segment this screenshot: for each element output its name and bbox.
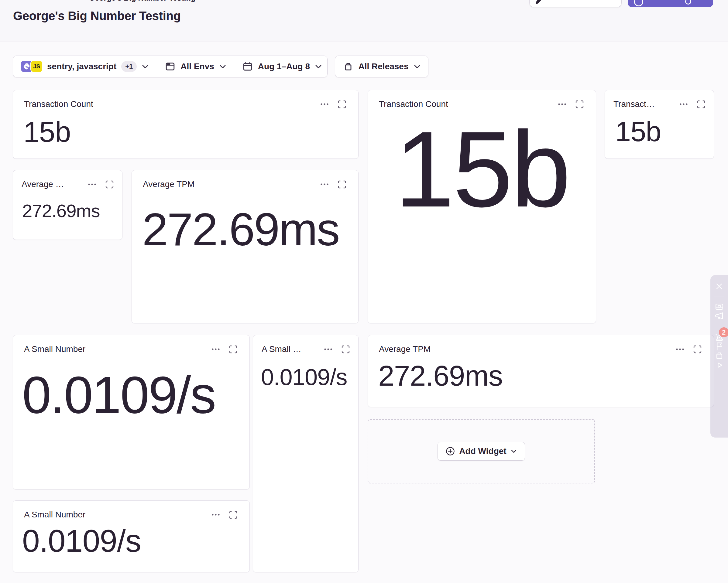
ellipsis-icon	[320, 183, 329, 186]
widget-expand-button[interactable]	[697, 100, 705, 108]
add-widget-zone: Add Widget	[368, 419, 595, 483]
release-filter[interactable]: All Releases	[335, 56, 428, 78]
widget-options-button[interactable]	[679, 103, 688, 105]
widget-options-button[interactable]	[558, 103, 566, 105]
widget-title: Average TPM	[143, 179, 194, 189]
ellipsis-icon	[679, 103, 688, 105]
expand-icon	[697, 100, 705, 108]
widget-a-small-number[interactable]: A Small Number 0.0109/s	[13, 335, 250, 490]
environment-filter[interactable]: All Envs	[157, 56, 234, 77]
widget-expand-button[interactable]	[338, 100, 346, 108]
widget-value: 15b	[23, 117, 358, 147]
add-widget-label: Add Widget	[459, 446, 506, 456]
filter-bar: JS sentry, javascript +1 All Envs	[13, 56, 328, 78]
widget-average-tpm-wide[interactable]: Average TPM 272.69ms	[368, 335, 714, 407]
button-icon-remnant	[634, 0, 643, 6]
project-filter[interactable]: JS sentry, javascript +1	[13, 56, 157, 77]
toolbar-divider	[714, 296, 724, 296]
widget-options-button[interactable]	[676, 348, 684, 351]
widget-options-button[interactable]	[320, 103, 329, 105]
widget-value: 0.0109/s	[22, 367, 250, 422]
inbox-icon	[714, 302, 724, 311]
widget-expand-button[interactable]	[693, 345, 702, 354]
ellipsis-icon	[320, 103, 329, 105]
project-filter-label: sentry, javascript	[47, 62, 116, 72]
page-title: George's Big Number Testing	[13, 9, 181, 23]
date-range-label: Aug 1–Aug 8	[258, 62, 310, 72]
environment-filter-label: All Envs	[181, 62, 214, 72]
close-icon	[714, 282, 724, 291]
expand-icon	[341, 345, 350, 354]
widget-options-button[interactable]	[211, 513, 220, 516]
date-range-filter[interactable]: Aug 1–Aug 8	[234, 56, 330, 77]
widget-options-button[interactable]	[88, 183, 96, 186]
close-toolbar-button[interactable]	[714, 282, 724, 291]
widget-expand-button[interactable]	[229, 511, 237, 519]
widget-title: A Small …	[262, 344, 302, 354]
widget-value: 0.0109/s	[22, 524, 250, 557]
feedback-button[interactable]	[714, 341, 724, 351]
widget-transaction-count-large[interactable]: Transaction Count 15b	[368, 90, 596, 323]
widget-expand-button[interactable]	[341, 345, 350, 354]
expand-icon	[105, 181, 114, 189]
breadcrumb: George's Big Number Testing	[89, 0, 196, 2]
calendar-icon	[242, 61, 253, 72]
ellipsis-icon	[324, 348, 332, 351]
chevron-down-icon	[141, 64, 149, 69]
project-overflow-badge: +1	[121, 61, 137, 72]
widget-options-button[interactable]	[324, 348, 332, 351]
whats-new-button[interactable]	[714, 311, 724, 321]
widget-title: Transaction Count	[24, 99, 93, 109]
widget-expand-button[interactable]	[105, 181, 114, 189]
widget-a-small-number-bottom[interactable]: A Small Number 0.0109/s	[13, 500, 250, 572]
widget-transaction-count[interactable]: Transaction Count 15b	[13, 90, 359, 159]
widget-expand-button[interactable]	[338, 181, 346, 189]
chevron-down-icon	[315, 64, 322, 69]
project-platform-icons: JS	[21, 61, 42, 72]
widget-average-small[interactable]: Average … 272.69ms	[13, 170, 123, 240]
expand-icon	[229, 511, 237, 519]
widget-value: 272.69ms	[22, 201, 122, 220]
release-filter-label: All Releases	[359, 62, 409, 72]
widget-expand-button[interactable]	[575, 100, 584, 108]
alerts-button-wrap: 2	[714, 332, 724, 341]
expand-icon	[338, 100, 346, 108]
notification-badge: 2	[719, 327, 728, 337]
flag-icon	[714, 341, 724, 351]
pencil-icon	[535, 0, 545, 5]
primary-action-button[interactable]	[628, 0, 713, 7]
widget-title: A Small Number	[24, 510, 85, 520]
python-icon	[21, 61, 32, 72]
expand-icon	[575, 100, 584, 108]
megaphone-icon	[714, 311, 724, 321]
expand-icon	[229, 345, 237, 354]
chevron-down-icon	[511, 449, 517, 453]
play-icon	[714, 360, 724, 370]
release-box-icon	[714, 351, 724, 360]
demo-play-button[interactable]	[714, 360, 724, 370]
widget-title: Transaction Count	[379, 99, 448, 109]
widget-transaction-count-small[interactable]: Transact… 15b	[605, 90, 714, 159]
ellipsis-icon	[558, 103, 566, 105]
ellipsis-icon	[211, 513, 220, 516]
window-icon	[165, 61, 176, 72]
plus-circle-icon	[446, 447, 455, 456]
widget-value: 272.69ms	[142, 205, 358, 254]
widget-a-small-number-tall[interactable]: A Small … 0.0109/s	[253, 335, 359, 572]
widget-options-button[interactable]	[211, 348, 220, 351]
widget-average-tpm[interactable]: Average TPM 272.69ms	[132, 170, 359, 323]
widget-title: Average …	[22, 179, 64, 189]
releases-panel-button[interactable]	[714, 351, 724, 360]
ellipsis-icon	[211, 348, 220, 351]
widget-title: Transact…	[614, 99, 655, 109]
widget-options-button[interactable]	[320, 183, 329, 186]
add-widget-button[interactable]: Add Widget	[438, 442, 525, 461]
topbar: George's Big Number Testing George's Big…	[0, 0, 728, 42]
expand-icon	[693, 345, 702, 354]
broadcasts-button[interactable]	[714, 302, 724, 311]
widget-expand-button[interactable]	[229, 345, 237, 354]
javascript-icon: JS	[31, 61, 42, 72]
widget-value: 272.69ms	[378, 361, 714, 391]
chevron-down-icon	[219, 64, 226, 69]
edit-dashboard-button[interactable]	[529, 0, 622, 7]
